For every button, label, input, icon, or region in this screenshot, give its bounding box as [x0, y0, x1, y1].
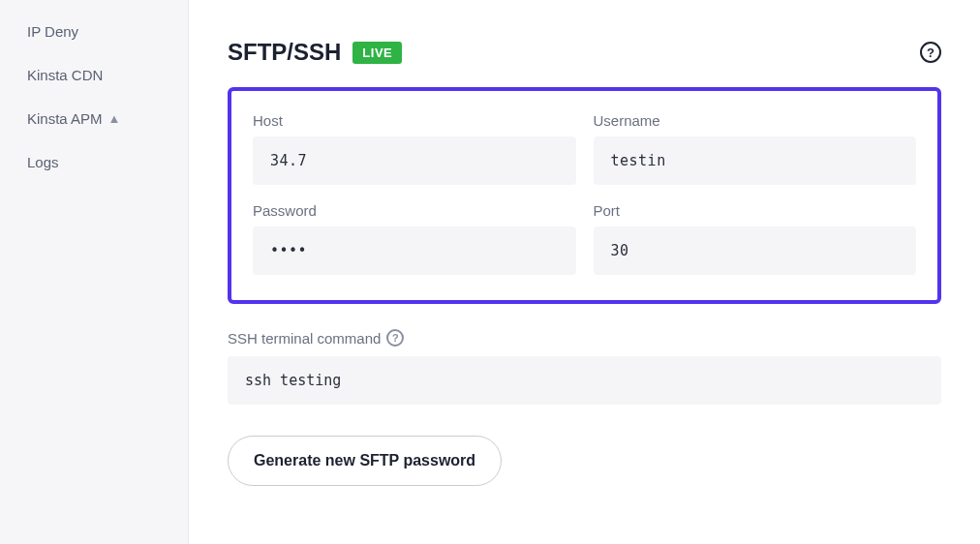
- sidebar-item-kinsta-cdn[interactable]: Kinsta CDN: [0, 53, 188, 97]
- main-content: SFTP/SSH LIVE ? Host 34.7 Username testi…: [189, 0, 980, 544]
- sidebar-item-ip-deny[interactable]: IP Deny: [0, 10, 188, 53]
- ssh-command-value[interactable]: ssh testing: [228, 356, 941, 405]
- credentials-box: Host 34.7 Username testin Password •••• …: [228, 87, 941, 304]
- environment-badge: LIVE: [352, 42, 402, 64]
- generate-password-button[interactable]: Generate new SFTP password: [228, 436, 502, 486]
- page-title: SFTP/SSH: [228, 39, 341, 66]
- help-icon[interactable]: ?: [920, 42, 941, 63]
- sidebar-item-label: IP Deny: [27, 23, 78, 40]
- port-field: Port 30: [594, 202, 917, 275]
- page-header: SFTP/SSH LIVE ?: [228, 39, 941, 66]
- password-label: Password: [253, 202, 576, 219]
- sidebar-item-label: Kinsta APM: [27, 110, 103, 127]
- sidebar-item-label: Logs: [27, 154, 59, 170]
- password-value[interactable]: ••••: [253, 227, 576, 275]
- ssh-help-icon[interactable]: ?: [386, 329, 404, 347]
- sidebar-item-label: Kinsta CDN: [27, 67, 103, 83]
- ssh-section: SSH terminal command ? ssh testing: [228, 329, 941, 405]
- username-value[interactable]: testin: [594, 136, 917, 185]
- header-left: SFTP/SSH LIVE: [228, 39, 402, 66]
- host-field: Host 34.7: [253, 112, 576, 185]
- ssh-label-row: SSH terminal command ?: [228, 329, 941, 347]
- port-value[interactable]: 30: [594, 227, 917, 275]
- port-label: Port: [594, 202, 917, 219]
- password-field: Password ••••: [253, 202, 576, 275]
- username-label: Username: [594, 112, 917, 129]
- host-label: Host: [253, 112, 576, 129]
- ssh-label: SSH terminal command: [228, 330, 381, 347]
- sidebar-item-kinsta-apm[interactable]: Kinsta APM ▲: [0, 97, 188, 140]
- username-field: Username testin: [594, 112, 917, 185]
- host-value[interactable]: 34.7: [253, 136, 576, 185]
- sidebar: IP Deny Kinsta CDN Kinsta APM ▲ Logs: [0, 0, 189, 544]
- sidebar-item-logs[interactable]: Logs: [0, 140, 188, 184]
- beta-indicator-icon: ▲: [108, 111, 121, 126]
